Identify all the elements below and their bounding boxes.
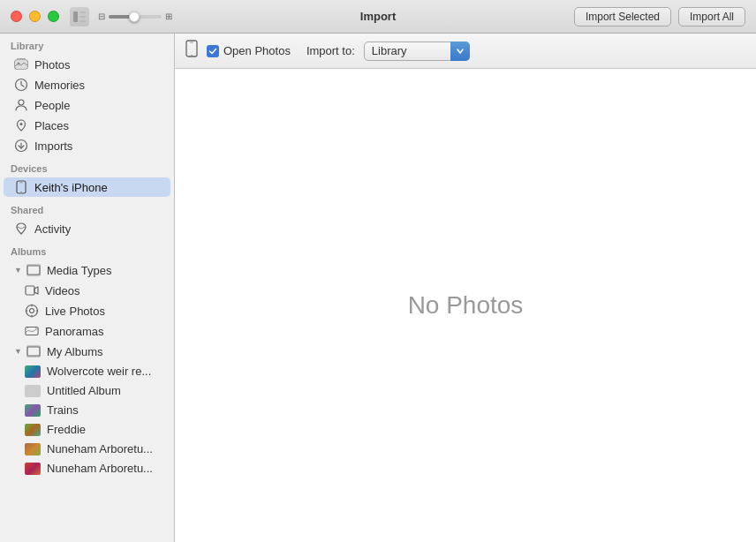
maximize-button[interactable] (48, 11, 59, 22)
svg-rect-16 (27, 266, 40, 275)
import-all-button[interactable]: Import All (678, 7, 745, 26)
svg-rect-17 (26, 265, 41, 275)
import-selected-button[interactable]: Import Selected (574, 7, 671, 26)
sidebar-item-nuneham1[interactable]: Nuneham Arboretu... (4, 440, 170, 458)
photos-label: Photos (34, 58, 70, 72)
svg-rect-6 (17, 58, 26, 60)
content-area: Open Photos Import to: Library No Photos (175, 34, 756, 542)
sidebar-item-people[interactable]: People (4, 95, 170, 115)
svg-rect-2 (79, 16, 86, 18)
people-icon (14, 98, 28, 112)
titlebar: ⊟ ⊞ Import Import Selected Import All (0, 0, 756, 34)
memories-label: Memories (34, 79, 85, 92)
imports-icon (14, 139, 28, 153)
sidebar-item-places[interactable]: Places (4, 116, 170, 135)
sidebar-item-iphone[interactable]: Keith's iPhone (4, 177, 170, 197)
svg-point-30 (191, 55, 193, 56)
svg-point-20 (30, 309, 34, 313)
activity-label: Activity (34, 222, 71, 236)
iphone-label: Keith's iPhone (34, 181, 108, 194)
import-to-label: Import to: (306, 44, 355, 57)
my-albums-label: My Albums (47, 345, 103, 358)
shared-section-header: Shared (0, 198, 174, 218)
nuneham2-thumbnail (25, 463, 41, 475)
untitled-thumbnail (25, 385, 41, 397)
panoramas-icon (25, 324, 39, 338)
memories-icon (14, 78, 28, 92)
trains-label: Trains (47, 403, 79, 417)
sidebar-item-untitled[interactable]: Untitled Album (4, 381, 170, 400)
svg-rect-0 (73, 11, 78, 22)
window-title: Import (360, 10, 396, 23)
wolvercote-thumbnail (25, 365, 41, 378)
iphone-icon (14, 180, 28, 194)
live-photos-label: Live Photos (45, 305, 105, 318)
zoom-large-icon: ⊞ (165, 11, 172, 21)
places-label: Places (34, 119, 69, 132)
sidebar-item-wolvercote[interactable]: Wolvercote weir re... (4, 362, 170, 380)
import-to-select-wrapper: Library (364, 41, 470, 61)
my-albums-icon (26, 344, 41, 358)
device-icon (185, 40, 198, 62)
trains-thumbnail (25, 404, 41, 417)
nuneham1-thumbnail (25, 443, 41, 455)
albums-section-header: Albums (0, 239, 174, 260)
sidebar-item-my-albums[interactable]: ▼ My Albums (4, 342, 170, 361)
sidebar-item-media-types[interactable]: ▼ Media Types (4, 260, 170, 280)
svg-point-9 (19, 100, 24, 105)
sidebar-item-nuneham2[interactable]: Nuneham Arboretu... (4, 459, 170, 478)
zoom-slider-container: ⊟ ⊞ (98, 11, 172, 21)
svg-rect-3 (79, 20, 86, 22)
sidebar-item-activity[interactable]: Activity (4, 219, 170, 238)
minimize-button[interactable] (29, 11, 41, 22)
untitled-label: Untitled Album (47, 384, 121, 397)
freddie-thumbnail (25, 424, 41, 436)
media-types-icon (26, 263, 41, 277)
svg-rect-26 (27, 347, 40, 356)
svg-point-10 (20, 123, 23, 125)
sidebar-toggle-button[interactable] (70, 7, 89, 26)
svg-rect-1 (79, 11, 86, 13)
zoom-slider[interactable] (109, 15, 162, 19)
activity-icon (14, 222, 28, 236)
media-types-label: Media Types (47, 264, 111, 277)
library-section-header: Library (0, 34, 174, 54)
svg-rect-18 (26, 286, 34, 295)
titlebar-controls: ⊟ ⊞ (70, 7, 172, 26)
people-label: People (34, 99, 70, 112)
close-button[interactable] (11, 11, 22, 22)
svg-rect-28 (186, 41, 197, 56)
sidebar-item-panoramas[interactable]: Panoramas (4, 321, 170, 341)
devices-section-header: Devices (0, 156, 174, 177)
nuneham2-label: Nuneham Arboretu... (47, 462, 153, 475)
open-photos-checkbox-container: Open Photos (207, 44, 291, 57)
sidebar-item-trains[interactable]: Trains (4, 401, 170, 419)
nuneham1-label: Nuneham Arboretu... (47, 442, 153, 455)
main-layout: Library Photos Memories (0, 34, 756, 542)
sidebar-item-imports[interactable]: Imports (4, 136, 170, 155)
svg-rect-14 (19, 183, 23, 184)
svg-rect-29 (190, 42, 193, 43)
window-controls (11, 11, 59, 22)
panoramas-label: Panoramas (45, 325, 103, 338)
sidebar: Library Photos Memories (0, 34, 175, 542)
places-icon (14, 118, 28, 132)
sidebar-item-videos[interactable]: Videos (4, 281, 170, 300)
open-photos-checkbox[interactable] (207, 45, 219, 57)
svg-rect-27 (26, 346, 41, 357)
sidebar-item-live-photos[interactable]: Live Photos (4, 301, 170, 320)
sidebar-item-memories[interactable]: Memories (4, 75, 170, 94)
media-types-disclosure[interactable]: ▼ (14, 266, 22, 275)
no-photos-message: No Photos (408, 291, 524, 320)
content-toolbar: Open Photos Import to: Library (175, 34, 756, 69)
sidebar-item-freddie[interactable]: Freddie (4, 420, 170, 439)
my-albums-disclosure[interactable]: ▼ (14, 347, 22, 356)
wolvercote-label: Wolvercote weir re... (47, 365, 151, 378)
photos-icon (14, 57, 28, 72)
imports-label: Imports (34, 139, 72, 153)
videos-icon (25, 283, 39, 297)
live-photos-icon (25, 304, 39, 318)
zoom-small-icon: ⊟ (98, 11, 105, 21)
import-to-select[interactable]: Library (364, 41, 470, 61)
sidebar-item-photos[interactable]: Photos (4, 55, 170, 74)
